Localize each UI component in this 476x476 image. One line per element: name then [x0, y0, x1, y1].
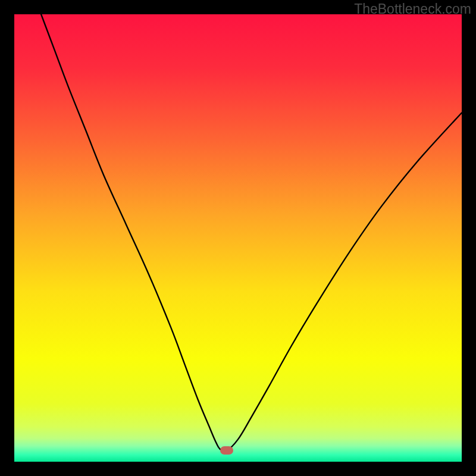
curve-layer — [14, 14, 462, 462]
watermark-text: TheBottleneck.com — [354, 1, 471, 17]
optimum-marker — [220, 446, 233, 455]
bottleneck-curve — [41, 14, 462, 452]
chart-stage: TheBottleneck.com — [0, 0, 476, 476]
plot-area — [14, 14, 462, 462]
